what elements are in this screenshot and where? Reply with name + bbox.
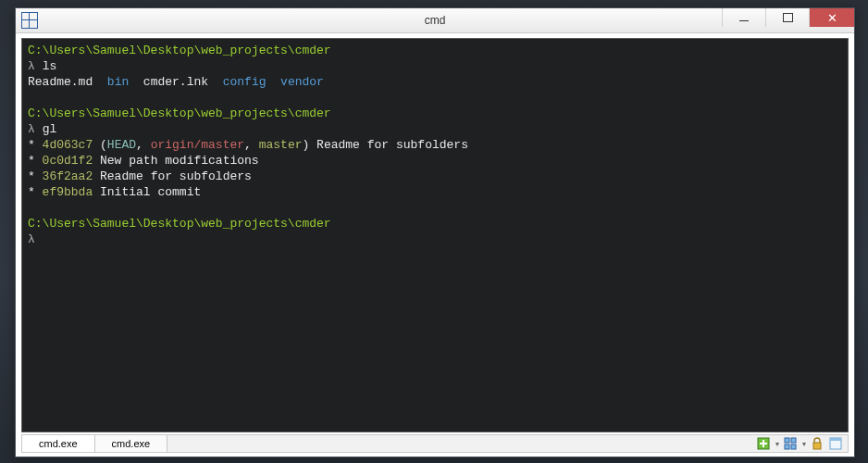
- tab-label: cmd.exe: [112, 438, 151, 449]
- titlebar[interactable]: cmd ✕: [16, 8, 854, 33]
- command: ls: [43, 59, 57, 73]
- window-controls: ✕: [722, 8, 854, 32]
- git-log-line: * 4d063c7 (HEAD, origin/master, master) …: [28, 137, 842, 153]
- prompt-path: C:\Users\Samuel\Desktop\web_projects\cmd…: [28, 106, 331, 120]
- maximize-button[interactable]: [765, 8, 809, 27]
- prompt-path: C:\Users\Samuel\Desktop\web_projects\cmd…: [28, 44, 331, 57]
- svg-rect-6: [791, 444, 796, 449]
- windows-icon[interactable]: [782, 435, 799, 452]
- chevron-down-icon[interactable]: ▾: [800, 436, 807, 451]
- lock-icon[interactable]: [809, 435, 825, 452]
- prompt-symbol: λ: [28, 122, 35, 136]
- tab-cmd[interactable]: cmd.exe: [95, 435, 168, 452]
- panel-icon[interactable]: [827, 435, 844, 452]
- svg-rect-5: [785, 444, 789, 449]
- prompt-symbol: λ: [28, 59, 35, 73]
- tab-cmd[interactable]: cmd.exe: [22, 435, 95, 452]
- command: gl: [43, 122, 57, 136]
- svg-rect-4: [791, 438, 796, 443]
- terminal[interactable]: C:\Users\Samuel\Desktop\web_projects\cmd…: [21, 38, 849, 432]
- app-icon: [21, 12, 38, 29]
- chevron-down-icon[interactable]: ▾: [774, 436, 780, 451]
- close-button[interactable]: ✕: [809, 8, 854, 27]
- tab-bar: cmd.exe cmd.exe ▾ ▾: [21, 434, 849, 453]
- prompt-path: C:\Users\Samuel\Desktop\web_projects\cmd…: [28, 217, 331, 231]
- git-log-line: * 36f2aa2 Readme for subfolders: [28, 169, 842, 184]
- tab-label: cmd.exe: [39, 438, 78, 449]
- status-icons: ▾ ▾: [751, 435, 848, 452]
- git-log-line: * ef9bbda Initial commit: [28, 184, 842, 200]
- svg-rect-7: [813, 443, 821, 449]
- svg-rect-2: [760, 443, 767, 444]
- svg-rect-9: [830, 438, 841, 441]
- prompt-symbol: λ: [28, 232, 35, 246]
- git-log-line: * 0c0d1f2 New path modifications: [28, 153, 842, 169]
- minimize-button[interactable]: [722, 8, 765, 27]
- app-window: cmd ✕ C:\Users\Samuel\Desktop\web_projec…: [15, 7, 855, 457]
- svg-rect-3: [785, 438, 789, 443]
- ls-output: Readme.md bin cmder.lnk config vendor: [28, 74, 842, 90]
- new-tab-icon[interactable]: [755, 435, 772, 452]
